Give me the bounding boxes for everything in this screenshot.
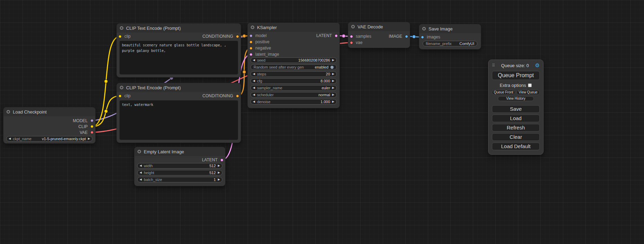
port-samples-input[interactable] — [350, 35, 353, 38]
queue-prompt-button[interactable]: Queue Prompt — [492, 71, 540, 80]
scheduler-widget[interactable]: ◀ scheduler normal ▶ — [250, 92, 337, 98]
decrement-arrow-icon[interactable]: ◀ — [251, 58, 257, 63]
increment-arrow-icon[interactable]: ▶ — [330, 85, 336, 90]
refresh-button[interactable]: Refresh — [492, 124, 540, 132]
collapse-dot-icon[interactable] — [120, 86, 123, 89]
port-vae-output[interactable] — [90, 131, 94, 134]
extra-options-label: Extra options — [500, 83, 526, 88]
increment-arrow-icon[interactable]: ▶ — [86, 136, 92, 141]
port-clip-input[interactable] — [118, 35, 122, 38]
decrement-arrow-icon[interactable]: ◀ — [7, 136, 13, 141]
widget-label: batch_size — [144, 178, 162, 182]
widget-value: ComfyUI — [459, 42, 474, 46]
view-queue-button[interactable]: View Queue — [517, 90, 540, 95]
port-model-output[interactable] — [90, 119, 94, 122]
port-vae-input[interactable] — [350, 41, 353, 44]
load-button[interactable]: Load — [492, 115, 540, 122]
view-history-button[interactable]: View History — [498, 96, 534, 101]
node-vae-decode[interactable]: VAE Decode samples IMAGE vae — [348, 22, 410, 48]
port-positive-input[interactable] — [249, 40, 253, 44]
decrement-arrow-icon[interactable]: ◀ — [138, 177, 144, 182]
port-conditioning-output[interactable] — [236, 35, 239, 38]
width-widget[interactable]: ◀ width 512 ▶ — [137, 163, 222, 169]
port-clip-input[interactable] — [118, 94, 122, 98]
cfg-widget[interactable]: ◀ cfg 8.000 ▶ — [250, 78, 337, 84]
increment-arrow-icon[interactable]: ▶ — [216, 177, 222, 182]
widget-value: 156680208700286 — [298, 58, 330, 62]
port-image-output[interactable] — [405, 35, 408, 38]
collapse-dot-icon[interactable] — [138, 150, 141, 153]
node-ksampler[interactable]: KSampler LATENT model positive — [248, 23, 339, 108]
decrement-arrow-icon[interactable]: ◀ — [251, 92, 257, 97]
settings-gear-icon[interactable]: ⚙ — [535, 62, 540, 69]
widget-value: normal — [318, 93, 330, 97]
decrement-arrow-icon[interactable]: ◀ — [251, 99, 257, 104]
port-latent-output[interactable] — [220, 159, 223, 162]
increment-arrow-icon[interactable]: ▶ — [330, 99, 336, 104]
negative-prompt-textarea[interactable]: text, watermark — [120, 100, 238, 140]
drag-handle-icon[interactable]: ⠿ — [492, 63, 495, 68]
height-widget[interactable]: ◀ height 512 ▶ — [137, 170, 222, 175]
node-title: KSampler — [257, 25, 277, 30]
decrement-arrow-icon[interactable]: ◀ — [251, 85, 257, 90]
queue-front-button[interactable]: Queue Front — [492, 90, 515, 95]
decrement-arrow-icon[interactable]: ◀ — [138, 170, 144, 175]
sampler-name-widget[interactable]: ◀ sampler_name euler ▶ — [250, 85, 337, 91]
collapse-dot-icon[interactable] — [251, 26, 254, 29]
node-empty-latent-image[interactable]: Empty Latent Image LATENT ◀ width 512 ▶ … — [134, 147, 225, 186]
input-label-images: images — [427, 35, 440, 39]
node-save-image[interactable]: Save Image images filename_prefix ComfyU… — [419, 24, 481, 49]
port-latent-image-input[interactable] — [249, 53, 253, 56]
wire-dot-samples — [342, 34, 345, 38]
filename-prefix-widget[interactable]: filename_prefix ComfyUI — [423, 41, 477, 46]
batch-size-widget[interactable]: ◀ batch_size 1 ▶ — [137, 177, 222, 182]
node-graph-canvas[interactable]: Load Checkpoint MODEL CLIP VAE — [0, 0, 644, 244]
collapse-dot-icon[interactable] — [422, 27, 426, 30]
node-clip-text-encode-negative[interactable]: CLIP Text Encode (Prompt) clip CONDITION… — [117, 83, 241, 143]
port-conditioning-output[interactable] — [236, 94, 239, 98]
node-clip-text-encode-positive[interactable]: CLIP Text Encode (Prompt) clip CONDITION… — [117, 24, 241, 77]
widget-label: Random seed after every gen — [254, 65, 304, 69]
increment-arrow-icon[interactable]: ▶ — [216, 170, 222, 175]
widget-label: denoise — [257, 100, 271, 104]
widget-label: ckpt_name — [13, 137, 32, 141]
steps-widget[interactable]: ◀ steps 20 ▶ — [250, 71, 337, 77]
increment-arrow-icon[interactable]: ▶ — [330, 92, 336, 97]
decrement-arrow-icon[interactable]: ◀ — [138, 163, 144, 168]
output-label-latent: LATENT — [202, 157, 218, 162]
random-seed-toggle-widget[interactable]: Random seed after every gen enabled — [250, 64, 337, 70]
increment-arrow-icon[interactable]: ▶ — [216, 163, 222, 168]
decrement-arrow-icon[interactable]: ◀ — [251, 72, 257, 76]
toggle-dot[interactable] — [330, 66, 334, 69]
node-title-bar: Load Checkpoint — [3, 107, 95, 116]
save-button[interactable]: Save — [492, 105, 540, 113]
collapse-dot-icon[interactable] — [120, 26, 123, 30]
collapse-dot-icon[interactable] — [351, 25, 355, 28]
denoise-widget[interactable]: ◀ denoise 1.000 ▶ — [250, 99, 337, 105]
positive-prompt-textarea[interactable]: beautiful scenery nature glass bottle la… — [120, 41, 238, 74]
increment-arrow-icon[interactable]: ▶ — [330, 58, 336, 63]
widget-value: euler — [321, 86, 330, 90]
port-clip-output[interactable] — [90, 125, 94, 128]
widget-value: 8.000 — [320, 79, 330, 83]
seed-widget[interactable]: ◀ seed 156680208700286 ▶ — [250, 57, 337, 63]
widget-label: scheduler — [257, 93, 274, 97]
load-default-button[interactable]: Load Default — [492, 143, 540, 150]
decrement-arrow-icon[interactable]: ◀ — [251, 79, 257, 83]
node-title: Load Checkpoint — [13, 109, 47, 115]
extra-options-checkbox[interactable] — [528, 83, 532, 87]
increment-arrow-icon[interactable]: ▶ — [330, 79, 336, 83]
wire-dot-cond-negative — [242, 70, 246, 74]
ckpt-name-widget[interactable]: ◀ ckpt_name v1-5-pruned-emaonly.ckpt ▶ — [6, 136, 92, 142]
widget-label: filename_prefix — [426, 42, 452, 46]
port-negative-input[interactable] — [249, 47, 253, 50]
clear-button[interactable]: Clear — [492, 133, 540, 141]
node-title: CLIP Text Encode (Prompt) — [126, 85, 181, 90]
port-rows: samples IMAGE vae — [348, 33, 410, 46]
node-load-checkpoint[interactable]: Load Checkpoint MODEL CLIP VAE — [3, 107, 95, 143]
port-latent-output[interactable] — [335, 34, 338, 37]
increment-arrow-icon[interactable]: ▶ — [330, 72, 336, 76]
wire-dot-image — [412, 35, 416, 38]
collapse-dot-icon[interactable] — [7, 110, 10, 114]
port-images-input[interactable] — [421, 36, 424, 39]
